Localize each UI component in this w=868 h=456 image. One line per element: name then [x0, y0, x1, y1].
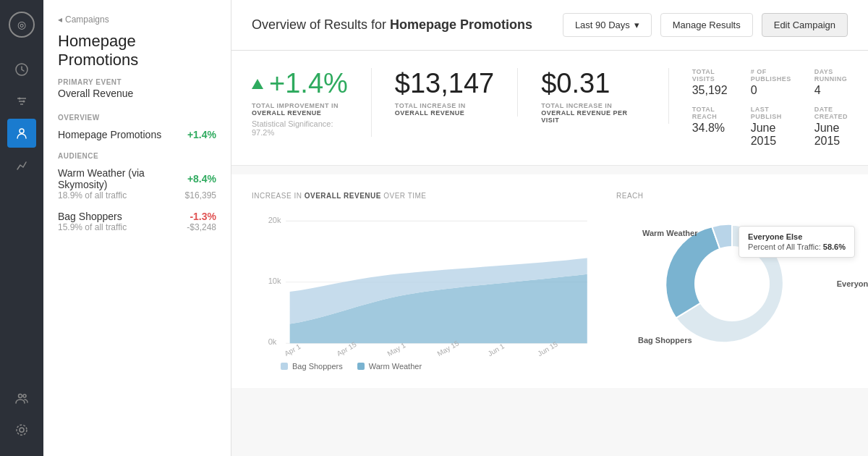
stat-date-created-value: June 2015 — [814, 122, 848, 148]
audience-warm-revenue: $16,395 — [185, 190, 216, 200]
legend-item-warm: Warm Weather — [357, 362, 422, 371]
stat-improvement-value: +1.4% — [252, 68, 348, 99]
area-chart-title: INCREASE IN OVERALL REVENUE OVER TIME — [252, 192, 593, 200]
stat-per-visit: $0.31 TOTAL INCREASE IN OVERALL REVENUE … — [541, 68, 669, 124]
sidebar: ◎ — [0, 0, 43, 456]
charts-section: INCREASE IN OVERALL REVENUE OVER TIME 20… — [231, 174, 868, 388]
edit-campaign-label: Edit Campaign — [774, 20, 835, 30]
svg-text:Jun 1: Jun 1 — [486, 342, 506, 356]
legend-dot-warm — [357, 363, 365, 370]
svg-point-9 — [20, 428, 24, 432]
svg-point-8 — [23, 394, 26, 397]
audience-warm-traffic: 18.9% of all traffic — [58, 190, 127, 200]
overview-section-header: OVERVIEW — [58, 114, 216, 122]
svg-point-5 — [23, 101, 25, 103]
stat-total-visits-label: TOTAL VISITS — [692, 68, 728, 83]
stat-last-publish-value: June 2015 — [751, 122, 791, 148]
audience-warm-pct: +8.4% — [187, 173, 216, 185]
stat-per-visit-value: $0.31 — [541, 68, 645, 99]
stat-significance: Statistical Significance: 97.2% — [252, 119, 348, 137]
stat-publishes-label: # OF PUBLISHES — [751, 68, 791, 83]
stat-per-visit-label: TOTAL INCREASE IN OVERALL REVENUE PER VI… — [541, 102, 645, 124]
manage-results-label: Manage Results — [673, 20, 741, 30]
tooltip-value: Percent of All Traffic: 58.6% — [748, 242, 846, 251]
arrow-up-icon — [252, 79, 263, 89]
back-arrow-icon: ◂ — [58, 14, 62, 25]
edit-campaign-button[interactable]: Edit Campaign — [762, 13, 848, 37]
stat-date-created: DATE CREATED June 2015 — [814, 106, 848, 148]
overview-item-name: Homepage Promotions — [58, 129, 161, 140]
stat-improvement-label: TOTAL IMPROVEMENT IN OVERALL REVENUE — [252, 102, 348, 117]
overview-item-value: +1.4% — [187, 129, 216, 140]
stat-total-reach-label: TOTAL REACH — [692, 106, 728, 120]
svg-text:Apr 1: Apr 1 — [283, 342, 302, 356]
donut-chart-container: REACH — [616, 192, 848, 371]
sidebar-item-analytics[interactable] — [7, 151, 36, 180]
donut-chart-title: REACH — [616, 192, 848, 200]
stat-total-increase-value: $13,147 — [395, 68, 494, 99]
audience-warm-name: Warm Weather (via Skymosity) — [58, 167, 187, 190]
campaign-title: Homepage Promotions — [58, 32, 216, 69]
stat-total-visits: TOTAL VISITS 35,192 — [692, 68, 728, 97]
header-title-bold: Homepage Promotions — [390, 17, 532, 32]
stat-total-visits-value: 35,192 — [692, 84, 728, 97]
svg-point-4 — [19, 98, 21, 100]
sidebar-item-settings[interactable] — [7, 415, 36, 444]
svg-point-6 — [20, 129, 24, 133]
sidebar-item-filters[interactable] — [7, 87, 36, 116]
audience-bag-revenue: -$3,248 — [187, 222, 216, 232]
tooltip-label: Everyone Else — [748, 232, 846, 241]
legend-dot-bag — [281, 363, 288, 370]
stat-publishes: # OF PUBLISHES 0 — [751, 68, 791, 97]
main-header: Overview of Results for Homepage Promoti… — [231, 0, 868, 51]
primary-event-value: Overall Revenue — [58, 88, 216, 99]
stat-improvement: +1.4% TOTAL IMPROVEMENT IN OVERALL REVEN… — [252, 68, 372, 137]
header-title-prefix: Overview of Results for — [252, 17, 390, 32]
sidebar-item-audience[interactable] — [7, 119, 36, 148]
donut-tooltip: Everyone Else Percent of All Traffic: 58… — [739, 226, 855, 258]
back-link[interactable]: ◂ Campaigns — [58, 14, 216, 25]
logo-icon: ◎ — [9, 12, 35, 38]
donut-label-else: Everyone Else — [837, 279, 868, 288]
area-chart-wrap: 20k 10k 0k Apr 1 Apr 15 May 1 May 15 — [252, 211, 593, 359]
stat-last-publish: LAST PUBLISH June 2015 — [751, 106, 791, 148]
stat-days-running-label: DAYS RUNNING — [814, 68, 848, 83]
audience-item-warm[interactable]: Warm Weather (via Skymosity) +8.4% 18.9%… — [58, 167, 216, 200]
stat-total-increase: $13,147 TOTAL INCREASE IN OVERALL REVENU… — [395, 68, 518, 117]
legend-label-warm: Warm Weather — [369, 362, 422, 371]
svg-point-7 — [19, 394, 22, 398]
donut-label-warm: Warm Weather — [642, 229, 697, 237]
svg-point-10 — [17, 425, 27, 435]
time-range-button[interactable]: Last 90 Days ▾ — [563, 13, 652, 37]
main-header-title: Overview of Results for Homepage Promoti… — [252, 17, 554, 33]
audience-bag-traffic: 15.9% of all traffic — [58, 222, 127, 232]
stat-publishes-value: 0 — [751, 84, 791, 97]
stats-small-grid: TOTAL VISITS 35,192 # OF PUBLISHES 0 DAY… — [692, 68, 848, 148]
main-content: Overview of Results for Homepage Promoti… — [231, 0, 868, 456]
stat-total-increase-label: TOTAL INCREASE IN OVERALL REVENUE — [395, 102, 494, 117]
sidebar-item-people[interactable] — [7, 384, 36, 413]
improvement-number: +1.4% — [269, 68, 348, 99]
stat-total-reach: TOTAL REACH 34.8% — [692, 106, 728, 148]
donut-label-bag: Bag Shoppers — [638, 336, 692, 345]
audience-section-header: AUDIENCE — [58, 152, 216, 160]
time-range-label: Last 90 Days — [575, 20, 630, 30]
svg-text:0k: 0k — [268, 337, 277, 346]
stat-days-running-value: 4 — [814, 84, 848, 97]
left-panel: ◂ Campaigns Homepage Promotions PRIMARY … — [43, 0, 231, 456]
stat-date-created-label: DATE CREATED — [814, 106, 848, 120]
svg-text:20k: 20k — [268, 216, 281, 224]
back-label: Campaigns — [65, 14, 109, 25]
overview-item: Homepage Promotions +1.4% — [58, 129, 216, 140]
audience-bag-pct: -1.3% — [190, 211, 216, 222]
audience-item-bag[interactable]: Bag Shoppers -1.3% 15.9% of all traffic … — [58, 211, 216, 232]
stats-section: +1.4% TOTAL IMPROVEMENT IN OVERALL REVEN… — [231, 51, 868, 166]
legend-item-bag: Bag Shoppers — [281, 362, 343, 371]
manage-results-button[interactable]: Manage Results — [660, 13, 753, 37]
legend-label-bag: Bag Shoppers — [292, 362, 343, 371]
stat-days-running: DAYS RUNNING 4 — [814, 68, 848, 97]
sidebar-item-campaigns[interactable] — [7, 55, 36, 84]
audience-bag-name: Bag Shoppers — [58, 211, 122, 222]
area-chart-container: INCREASE IN OVERALL REVENUE OVER TIME 20… — [252, 192, 593, 371]
svg-text:10k: 10k — [268, 276, 281, 285]
